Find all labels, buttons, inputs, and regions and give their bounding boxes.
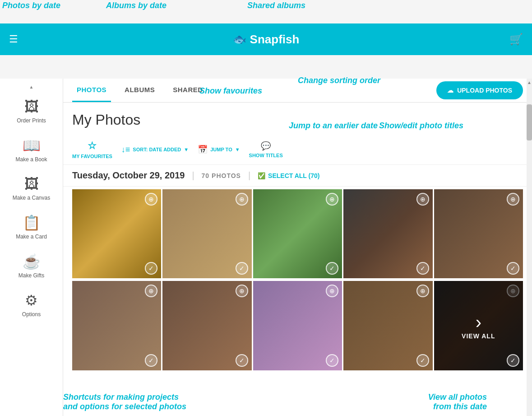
- scrollbar-thumb[interactable]: [527, 104, 532, 140]
- sidebar-item-make-gifts[interactable]: ☕ Make Gifts: [0, 248, 63, 284]
- select-check[interactable]: ✓: [507, 262, 519, 275]
- content-area: ▲ ▼ PHOTOS ALBUMS SHARED ☁ UPLOAD PHOTOS…: [63, 79, 532, 416]
- upload-icon: ☁: [447, 87, 453, 94]
- annotation-shared-albums: Shared albums: [247, 1, 305, 10]
- my-favourites-button[interactable]: ☆ MY FAVOURITES: [72, 140, 112, 159]
- select-check[interactable]: ✓: [507, 354, 519, 367]
- scroll-up-arrow[interactable]: ▲: [29, 83, 34, 91]
- sidebar-item-order-prints[interactable]: 🖼 Order Prints: [0, 93, 63, 129]
- logo: 🐟 Snapfish: [233, 33, 300, 47]
- select-check[interactable]: ✓: [145, 262, 157, 275]
- controls-row: ☆ MY FAVOURITES ↓≡ SORT: DATE ADDED ▼ 📅 …: [63, 140, 532, 165]
- favourites-label: MY FAVOURITES: [72, 154, 112, 159]
- fish-icon: 🐟: [233, 33, 246, 46]
- sidebar-item-make-book[interactable]: 📖 Make a Book: [0, 131, 63, 168]
- tab-albums[interactable]: ALBUMS: [120, 79, 159, 102]
- scroll-up[interactable]: ▲: [527, 79, 532, 86]
- zoom-icon[interactable]: ⊕: [416, 285, 429, 297]
- zoom-icon[interactable]: ⊕: [326, 193, 338, 206]
- upload-label: UPLOAD PHOTOS: [457, 87, 512, 94]
- select-check[interactable]: ✓: [326, 354, 338, 367]
- photo-count: 70 PHOTOS: [202, 172, 241, 179]
- zoom-icon[interactable]: ⊕: [145, 193, 157, 206]
- photo-item[interactable]: ⊕ ✓: [343, 189, 432, 278]
- sidebar-item-options[interactable]: ⚙ Options: [0, 286, 63, 323]
- cart-icon[interactable]: 🛒: [509, 33, 523, 46]
- canvas-icon: 🖼: [24, 176, 39, 192]
- date-bar: Tuesday, October 29, 2019 | 70 PHOTOS | …: [63, 165, 532, 187]
- tab-photos[interactable]: PHOTOS: [72, 79, 111, 102]
- photo-item[interactable]: ⊕ ✓: [253, 189, 342, 278]
- photo-grid-row1: ⊕ ✓ ⊕ ✓ ⊕ ✓ ⊕ ✓ ⊕ ✓: [63, 187, 532, 280]
- show-titles-label: SHOW TITLES: [249, 153, 283, 158]
- select-check[interactable]: ✓: [416, 354, 429, 367]
- divider2: |: [248, 170, 250, 181]
- sidebar-item-make-card[interactable]: 📋 Make a Card: [0, 209, 63, 245]
- zoom-icon[interactable]: ⊕: [416, 193, 429, 206]
- jump-to-button[interactable]: 📅 JUMP TO ▼: [198, 145, 240, 154]
- photo-item-view-all[interactable]: ⊕ › VIEW ALL ✓: [434, 281, 523, 370]
- sidebar-label-options: Options: [22, 311, 41, 318]
- select-check[interactable]: ✓: [236, 354, 248, 367]
- view-all-label: VIEW ALL: [462, 332, 495, 340]
- photo-item[interactable]: ⊕ ✓: [253, 281, 342, 370]
- date-text: Tuesday, October 29, 2019: [72, 170, 185, 181]
- star-icon: ☆: [88, 140, 97, 152]
- header: ☰ 🐟 Snapfish 🛒: [0, 23, 532, 55]
- gifts-icon: ☕: [23, 253, 41, 270]
- sort-button[interactable]: ↓≡ SORT: DATE ADDED ▼: [121, 145, 189, 154]
- tabs-bar: PHOTOS ALBUMS SHARED ☁ UPLOAD PHOTOS: [63, 79, 532, 103]
- zoom-icon[interactable]: ⊕: [236, 193, 248, 206]
- book-icon: 📖: [23, 137, 41, 154]
- options-icon: ⚙: [25, 292, 38, 309]
- select-check[interactable]: ✓: [145, 354, 157, 367]
- order-prints-icon: 🖼: [24, 98, 39, 115]
- sidebar-label-make-book: Make a Book: [15, 156, 47, 163]
- sidebar-item-make-canvas[interactable]: 🖼 Make a Canvas: [0, 170, 63, 206]
- sidebar: ▲ 🖼 Order Prints 📖 Make a Book 🖼 Make a …: [0, 79, 63, 416]
- zoom-icon[interactable]: ⊕: [236, 285, 248, 297]
- jump-arrow-icon: ▼: [235, 147, 240, 152]
- zoom-icon[interactable]: ⊕: [326, 285, 338, 297]
- photo-item[interactable]: ⊕ ✓: [162, 189, 251, 278]
- sort-arrow-icon: ▼: [184, 147, 189, 152]
- annotation-photos-by-date: Photos by date: [2, 1, 60, 10]
- sort-icon: ↓≡: [121, 145, 130, 154]
- photo-item[interactable]: ⊕ ✓: [434, 189, 523, 278]
- upload-photos-button[interactable]: ☁ UPLOAD PHOTOS: [436, 81, 523, 99]
- date-divider: |: [192, 170, 194, 181]
- titles-icon: 💬: [261, 141, 271, 151]
- card-icon: 📋: [23, 214, 41, 231]
- check-circle-icon: ✅: [258, 172, 265, 179]
- photo-item[interactable]: ⊕ ✓: [343, 281, 432, 370]
- sidebar-label-make-canvas: Make a Canvas: [13, 195, 50, 201]
- select-all-label: SELECT ALL (70): [268, 172, 319, 179]
- jump-to-label: JUMP TO: [210, 147, 232, 152]
- select-check[interactable]: ✓: [416, 262, 429, 275]
- sidebar-label-order-prints: Order Prints: [17, 117, 46, 124]
- annotation-albums-by-date: Albums by date: [106, 1, 167, 10]
- zoom-icon[interactable]: ⊕: [507, 193, 519, 206]
- select-all-button[interactable]: ✅ SELECT ALL (70): [258, 172, 319, 179]
- tab-shared[interactable]: SHARED: [168, 79, 207, 102]
- right-arrow-icon: ›: [476, 312, 481, 332]
- photo-item[interactable]: ⊕ ✓: [162, 281, 251, 370]
- zoom-icon[interactable]: ⊕: [145, 285, 157, 297]
- select-check[interactable]: ✓: [326, 262, 338, 275]
- sort-label: SORT: DATE ADDED: [133, 147, 181, 152]
- page-title: My Photos: [72, 112, 523, 128]
- photo-item[interactable]: ⊕ ✓: [72, 281, 161, 370]
- sidebar-label-make-card: Make a Card: [16, 234, 47, 240]
- show-titles-button[interactable]: 💬 SHOW TITLES: [249, 141, 283, 158]
- hamburger-menu[interactable]: ☰: [9, 33, 18, 45]
- sidebar-label-make-gifts: Make Gifts: [19, 272, 44, 279]
- photo-grid-row2: ⊕ ✓ ⊕ ✓ ⊕ ✓ ⊕ ✓ ⊕ ›: [63, 280, 532, 371]
- scrollbar[interactable]: ▲ ▼: [527, 79, 532, 416]
- photo-header: My Photos: [63, 103, 532, 140]
- select-check[interactable]: ✓: [236, 262, 248, 275]
- calendar-icon: 📅: [198, 145, 208, 154]
- photo-item[interactable]: ⊕ ✓: [72, 189, 161, 278]
- logo-text: Snapfish: [250, 33, 300, 47]
